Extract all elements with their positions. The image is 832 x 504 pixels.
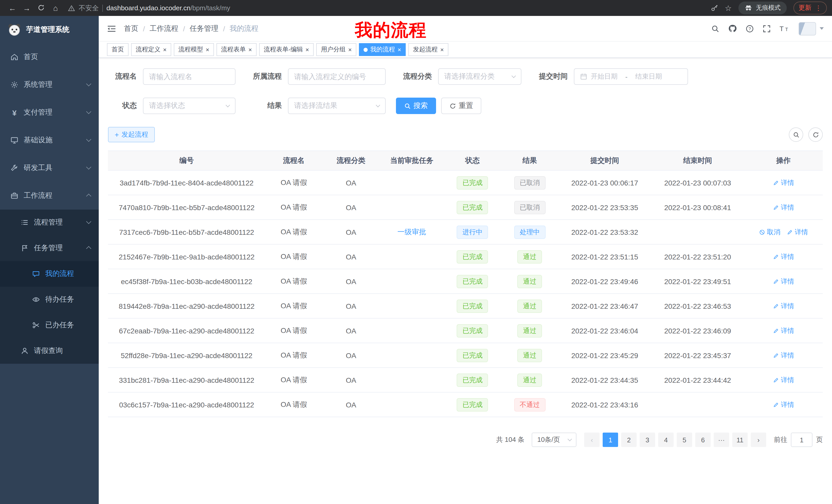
hamburger-icon[interactable] (107, 24, 116, 33)
process-id: 67c2eaab-7b9a-11ec-a290-acde48001122 (108, 318, 265, 343)
goto-page-input[interactable] (791, 432, 812, 447)
start-date-placeholder[interactable]: 开始日期 (591, 72, 618, 81)
detail-link[interactable]: 详情 (773, 351, 794, 360)
sidebar-item-process-mgmt[interactable]: 流程管理 (0, 209, 99, 235)
edit-icon (773, 401, 779, 408)
sidebar-item-infrastructure[interactable]: 基础设施 (0, 127, 99, 154)
sidebar-item-done-tasks[interactable]: 已办任务 (0, 312, 99, 338)
github-icon[interactable] (728, 24, 737, 33)
sidebar-item-my-process[interactable]: 我的流程 (0, 261, 99, 287)
sidebar-item-system[interactable]: 系统管理 (0, 71, 99, 99)
app-logo[interactable]: 芋道管理系统 (0, 16, 99, 43)
end-time: 2022-01-22 23:46:09 (651, 318, 744, 343)
table-row: 3ad174fb-7b9d-11ec-8404-acde48001122 OA … (108, 170, 823, 195)
tab-my-process[interactable]: 我的流程 × (359, 43, 406, 56)
tab-process-form-edit[interactable]: 流程表单-编辑 × (259, 43, 314, 56)
page-button-4[interactable]: 4 (658, 432, 674, 447)
detail-link[interactable]: 详情 (773, 178, 794, 187)
search-icon[interactable] (711, 24, 719, 33)
help-icon[interactable]: ? (746, 24, 754, 33)
status-badge: 已完成 (457, 275, 488, 288)
submit-time: 2022-01-22 23:53:35 (558, 195, 651, 220)
detail-link[interactable]: 详情 (773, 203, 794, 212)
result-select[interactable]: 请选择流结果 (288, 97, 386, 114)
close-icon[interactable]: × (440, 47, 444, 53)
detail-link[interactable]: 详情 (773, 301, 794, 311)
date-range-picker[interactable]: 开始日期 - 结束日期 (574, 68, 688, 85)
page-button-1[interactable]: 1 (603, 432, 618, 447)
detail-link[interactable]: 详情 (773, 400, 794, 409)
sidebar-item-task-mgmt[interactable]: 任务管理 (0, 235, 99, 261)
process-definition-input[interactable] (288, 68, 386, 85)
close-icon[interactable]: × (306, 47, 309, 53)
close-icon[interactable]: × (348, 47, 352, 53)
home-icon[interactable]: ⌂ (48, 4, 63, 12)
create-process-button[interactable]: + 发起流程 (108, 127, 155, 142)
avatar[interactable] (799, 22, 816, 35)
search-button[interactable]: 搜索 (396, 97, 436, 114)
page-button-5[interactable]: 5 (677, 432, 692, 447)
font-size-icon[interactable]: TT (780, 24, 790, 33)
close-icon[interactable]: × (249, 47, 252, 53)
back-icon[interactable]: ← (5, 4, 20, 12)
detail-link[interactable]: 详情 (786, 227, 808, 236)
breadcrumb-home[interactable]: 首页 (124, 24, 138, 33)
reload-icon[interactable] (34, 4, 48, 12)
sidebar-item-todo-tasks[interactable]: 待办任务 (0, 287, 99, 312)
tab-user-group[interactable]: 用户分组 × (316, 43, 356, 56)
close-icon[interactable]: × (163, 47, 166, 53)
reset-button[interactable]: 重置 (441, 97, 481, 114)
sidebar-item-workflow[interactable]: 工作流程 (0, 182, 99, 209)
sidebar-item-home[interactable]: 首页 (0, 43, 99, 71)
monitor-icon (10, 136, 19, 144)
close-icon[interactable]: × (397, 47, 401, 53)
status-badge: 已完成 (457, 324, 488, 337)
status-badge: 已完成 (457, 373, 488, 387)
sidebar-item-payment[interactable]: ¥ 支付管理 (0, 99, 99, 127)
prev-page-button[interactable]: ‹ (584, 432, 600, 447)
detail-link[interactable]: 详情 (773, 252, 794, 261)
detail-link[interactable]: 详情 (773, 326, 794, 335)
top-navbar: 首页 / 工作流程 / 任务管理 / 我的流程 ? (99, 16, 832, 41)
close-icon[interactable]: × (206, 47, 209, 53)
cancel-link[interactable]: 取消 (759, 227, 780, 236)
refresh-icon (449, 103, 456, 109)
page-button-2[interactable]: 2 (621, 432, 636, 447)
process-name-input[interactable] (143, 68, 235, 85)
category-select[interactable]: 请选择流程分类 (438, 68, 521, 85)
breadcrumb-task-mgmt[interactable]: 任务管理 (190, 24, 218, 33)
sidebar-item-leave-query[interactable]: 请假查询 (0, 338, 99, 364)
refresh-table-button[interactable] (808, 128, 823, 142)
sidebar-item-devtools[interactable]: 研发工具 (0, 154, 99, 182)
browser-right-controls: ☆ 无痕模式 更新 ⋮ (710, 2, 827, 15)
end-date-placeholder[interactable]: 结束日期 (635, 72, 662, 81)
tab-process-form[interactable]: 流程表单 × (216, 43, 257, 56)
page-button-6[interactable]: 6 (695, 432, 711, 447)
tab-process-definition[interactable]: 流程定义 × (131, 43, 171, 56)
field-label: 流程分类 (396, 72, 438, 81)
status-select[interactable]: 请选择状态 (143, 97, 235, 114)
address-bar[interactable]: 不安全 dashboard.yudao.iocoder.cn/bpm/task/… (68, 3, 230, 12)
end-time: 2022-01-23 00:07:03 (651, 170, 744, 195)
tab-process-model[interactable]: 流程模型 × (174, 43, 214, 56)
breadcrumb-workflow[interactable]: 工作流程 (150, 24, 178, 33)
page-button-3[interactable]: 3 (640, 432, 655, 447)
bookmark-star-icon[interactable]: ☆ (725, 4, 732, 12)
next-page-button[interactable]: › (751, 432, 766, 447)
user-menu[interactable] (799, 22, 824, 35)
page-button-11[interactable]: 11 (732, 432, 748, 447)
more-pages-button[interactable]: ··· (714, 432, 729, 447)
detail-link[interactable]: 详情 (773, 375, 794, 385)
tab-home[interactable]: 首页 (107, 43, 129, 56)
fullscreen-icon[interactable] (762, 24, 771, 33)
browser-menu-icon[interactable]: ⋮ (815, 4, 822, 12)
forward-icon[interactable]: → (20, 4, 34, 12)
detail-link[interactable]: 详情 (773, 277, 794, 286)
tab-initiate-process[interactable]: 发起流程 × (408, 43, 448, 56)
page-size-select[interactable]: 10条/页 (532, 432, 576, 447)
update-button[interactable]: 更新 ⋮ (794, 2, 827, 15)
key-icon[interactable] (710, 4, 718, 12)
toggle-search-button[interactable] (789, 128, 803, 142)
total-count: 共 104 条 (496, 435, 524, 444)
current-task[interactable]: 一级审批 (397, 227, 426, 235)
